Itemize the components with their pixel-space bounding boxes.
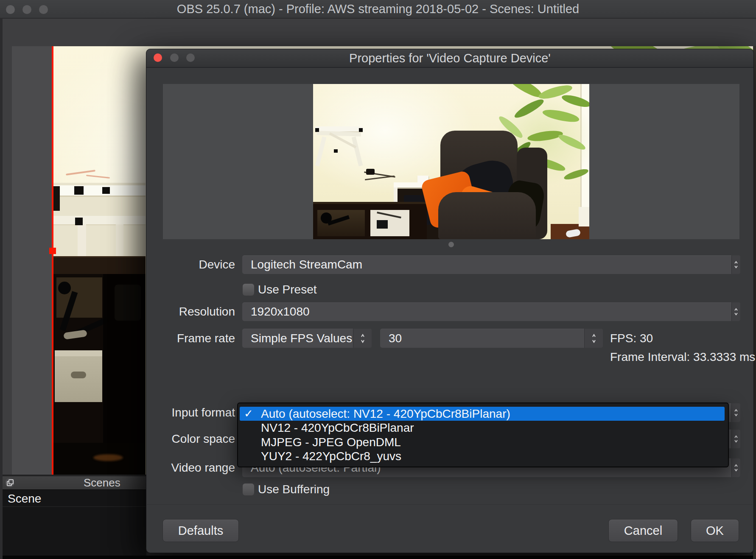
properties-dialog: Properties for 'Video Capture Device' [146,49,754,553]
chevron-updown-icon [731,458,740,477]
frame-interval-info: Frame Interval: 33.3333 ms [610,351,755,363]
color-space-label: Color space [146,430,235,448]
cancel-button[interactable]: Cancel [608,519,678,542]
frame-rate-label: Frame rate [146,329,235,348]
source-resize-handle[interactable] [49,248,56,254]
use-preset-checkbox[interactable] [242,283,255,296]
chevron-updown-icon [731,430,740,448]
checkmark-icon: ✓ [244,407,253,421]
chevron-updown-icon [584,329,603,348]
shelf-interior [53,274,146,443]
input-format-popup: ✓ Auto (autoselect: NV12 - 420YpCbCr8BiP… [237,402,729,467]
scenes-panel-icon[interactable] [5,478,14,487]
use-preset-label: Use Preset [258,283,317,296]
scene-name: Scene [8,491,41,506]
fps-spinbox[interactable]: 30 [380,329,603,348]
preview-page-dot[interactable] [448,242,454,247]
chevron-updown-icon [731,255,740,274]
device-label: Device [146,255,235,274]
frame-rate-mode-select[interactable]: Simple FPS Values [242,329,372,348]
fps-info: FPS: 30 [610,329,653,348]
resolution-value: 1920x1080 [251,302,310,321]
input-format-label: Input format [146,403,235,422]
scenes-list: Scene [0,489,146,556]
fps-value: 30 [389,329,402,348]
dark-shelf [313,202,427,239]
chevron-updown-icon [731,302,740,321]
defaults-button[interactable]: Defaults [162,519,239,542]
scenes-panel-header: Scenes [0,476,146,489]
use-buffering-label: Use Buffering [258,483,330,496]
resolution-select[interactable]: 1920x1080 [242,302,740,321]
scenes-panel-title: Scenes [84,476,120,489]
scene-list-item[interactable]: Scene [0,491,146,507]
source-selection-outline [52,46,53,484]
screen: OBS 25.0.7 (mac) - Profile: AWS streamin… [0,0,756,559]
popup-item-yuy2[interactable]: YUY2 - 422YpCbCr8_yuvs [240,449,725,463]
use-buffering-checkbox[interactable] [242,483,255,496]
folding-table [315,126,363,167]
popup-item-nv12[interactable]: NV12 - 420YpCbCr8BiPlanar [240,421,725,435]
armchair-arm [438,192,536,239]
ok-button[interactable]: OK [691,519,739,542]
device-value: Logitech StreamCam [251,255,362,274]
chevron-updown-icon [731,403,740,422]
dialog-titlebar: Properties for 'Video Capture Device' [146,49,753,68]
frame-rate-mode-value: Simple FPS Values [251,329,352,348]
resolution-label: Resolution [146,302,235,321]
dialog-title: Properties for 'Video Capture Device' [146,49,753,67]
popup-item-mjpeg[interactable]: MJPEG - JPEG OpenDML [240,435,725,449]
camera-preview-image [313,84,589,239]
main-window-titlebar: OBS 25.0.7 (mac) - Profile: AWS streamin… [0,0,756,19]
video-range-label: Video range [146,458,235,477]
chevron-updown-icon [353,329,372,348]
device-select[interactable]: Logitech StreamCam [242,255,740,274]
main-window-title: OBS 25.0.7 (mac) - Profile: AWS streamin… [0,0,756,18]
popup-item-auto[interactable]: ✓ Auto (autoselect: NV12 - 420YpCbCr8BiP… [240,407,725,421]
